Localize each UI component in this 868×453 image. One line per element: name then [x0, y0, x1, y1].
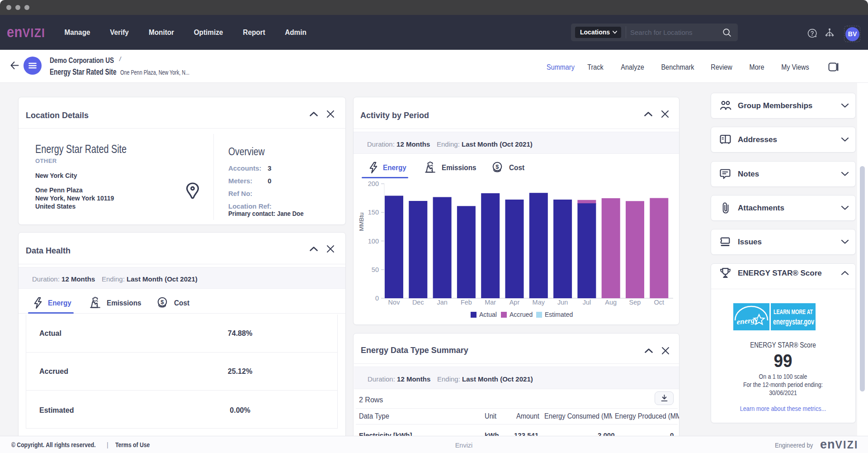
- svg-text:May: May: [533, 299, 545, 306]
- svg-text:Estimated: Estimated: [545, 311, 573, 318]
- svg-text:Jul: Jul: [583, 299, 591, 306]
- svg-text:Jun: Jun: [557, 299, 568, 306]
- svg-text:LEARN MORE AT: LEARN MORE AT: [774, 308, 813, 315]
- svg-text:0: 0: [375, 295, 379, 302]
- svg-text:$: $: [160, 299, 164, 305]
- svg-text:200: 200: [368, 180, 379, 187]
- svg-text:Aug: Aug: [605, 299, 617, 306]
- svg-text:Oct: Oct: [654, 299, 665, 306]
- svg-text:Apr: Apr: [509, 299, 520, 306]
- svg-text:$: $: [495, 163, 499, 170]
- svg-text:Jan: Jan: [437, 299, 447, 306]
- svg-text:energystar.gov: energystar.gov: [773, 317, 814, 326]
- svg-text:Dec: Dec: [412, 299, 424, 306]
- svg-text:MMBtu: MMBtu: [358, 212, 365, 231]
- svg-text:150: 150: [368, 209, 379, 216]
- svg-text:Feb: Feb: [461, 299, 472, 306]
- svg-text:Sep: Sep: [629, 299, 641, 306]
- svg-text:Actual: Actual: [479, 311, 497, 318]
- svg-text:50: 50: [372, 266, 379, 273]
- svg-text:100: 100: [368, 238, 379, 245]
- svg-text:Accrued: Accrued: [509, 311, 533, 318]
- svg-text:Nov: Nov: [388, 299, 401, 306]
- svg-text:Mar: Mar: [485, 299, 496, 306]
